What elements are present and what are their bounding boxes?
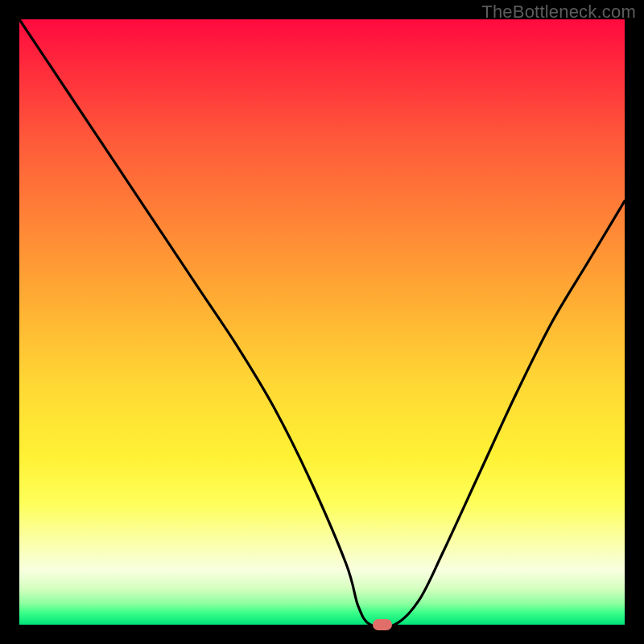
bottleneck-curve (19, 19, 625, 625)
watermark-text: TheBottleneck.com (481, 2, 636, 23)
plot-area (19, 19, 625, 625)
min-marker (373, 619, 392, 630)
curve-layer (19, 19, 625, 625)
chart-frame: TheBottleneck.com (0, 0, 644, 644)
